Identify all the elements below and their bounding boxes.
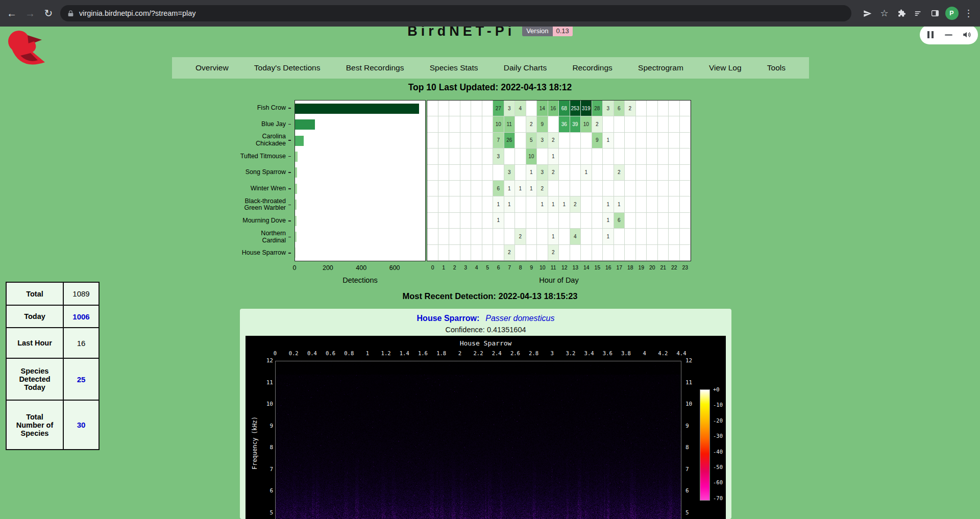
- heatmap-cell: 4: [570, 229, 581, 244]
- heatmap-cell: 2: [537, 181, 548, 196]
- nav-item-best-recordings[interactable]: Best Recordings: [346, 63, 404, 72]
- heatmap-cell: 2: [570, 196, 581, 212]
- heatmap-cell: [449, 101, 460, 116]
- heatmap-cell: [526, 213, 537, 229]
- forward-button[interactable]: →: [20, 4, 40, 23]
- spectrogram-x-tick: 1.4: [397, 350, 412, 356]
- heatmap-cell: [515, 213, 526, 229]
- nav-item-view-log[interactable]: View Log: [709, 63, 741, 72]
- bar-x-tick: 200: [319, 264, 336, 271]
- heatmap-cell: [647, 229, 658, 244]
- heatmap-cell: [427, 116, 438, 132]
- back-button[interactable]: ←: [2, 4, 21, 23]
- reload-button[interactable]: ↻: [39, 4, 58, 23]
- spectrogram-x-tick: 1.2: [378, 350, 394, 356]
- detections-bar: [295, 152, 298, 162]
- heatmap-cell: [504, 213, 516, 229]
- heatmap-cell: 1: [493, 213, 504, 229]
- heatmap-cell: [581, 149, 592, 164]
- hour-tick: 1: [438, 264, 449, 270]
- heatmap-cell: [581, 196, 592, 212]
- heatmap-cell: [526, 245, 537, 261]
- stats-value[interactable]: 30: [63, 400, 99, 450]
- extensions-puzzle-icon[interactable]: [893, 5, 910, 22]
- nav-item-daily-charts[interactable]: Daily Charts: [504, 63, 547, 72]
- heatmap-cell: [658, 181, 669, 196]
- heatmap-cell: [471, 196, 482, 212]
- detections-bar: [295, 136, 304, 146]
- heatmap-cell: [592, 196, 603, 212]
- heatmap-cell: [658, 149, 669, 164]
- side-panel-icon[interactable]: [926, 5, 943, 22]
- nav-item-recordings[interactable]: Recordings: [572, 63, 612, 72]
- browser-toolbar: ← → ↻ virginia.birdnetpi.com/?stream=pla…: [0, 0, 980, 27]
- heatmap-cell: 2: [625, 101, 636, 116]
- heatmap-cell: [614, 229, 625, 244]
- heatmap-cell: [680, 181, 691, 196]
- heatmap-cell: [570, 181, 581, 196]
- heatmap-cell: 1: [504, 181, 516, 196]
- heatmap-cell: [658, 196, 669, 212]
- scientific-name[interactable]: Passer domesticus: [485, 314, 554, 323]
- profile-avatar[interactable]: P: [943, 5, 960, 22]
- species-label: Fish Crow: [219, 100, 291, 116]
- species-label: Mourning Dove: [219, 213, 291, 229]
- spectrogram-y-tick-left: 9: [260, 423, 273, 429]
- heatmap-cell: 3: [603, 101, 614, 116]
- hour-tick: 6: [493, 264, 504, 270]
- heatmap-cell: [625, 165, 636, 181]
- heatmap-cell: [647, 149, 658, 164]
- spectrogram-y-tick-right: 7: [685, 466, 699, 473]
- stats-value[interactable]: 25: [63, 358, 99, 400]
- heatmap-cell: [471, 149, 482, 164]
- heatmap-cell: [460, 165, 472, 181]
- heatmap-cell: [559, 133, 570, 149]
- nav-item-spectrogram[interactable]: Spectrogram: [638, 63, 683, 72]
- url-bar[interactable]: virginia.birdnetpi.com/?stream=play: [60, 5, 851, 21]
- spectrogram-plot: [275, 361, 681, 519]
- reading-list-icon[interactable]: [910, 5, 926, 22]
- heatmap-cell: 3: [537, 133, 548, 149]
- toolbar-right: ☆ P ⋮: [859, 4, 977, 22]
- heatmap-cell: 3: [504, 165, 516, 181]
- nav-item-tools[interactable]: Tools: [767, 63, 786, 72]
- spectrogram-x-tick: 0.2: [286, 350, 301, 356]
- send-icon[interactable]: [859, 5, 876, 22]
- heatmap-cell: [548, 116, 559, 132]
- nav-item-species-stats[interactable]: Species Stats: [430, 63, 478, 72]
- spectrogram-y-tick-left: 12: [260, 357, 273, 364]
- pause-icon[interactable]: [926, 31, 935, 38]
- heatmap-cell: [526, 196, 537, 212]
- heatmap-cell: [647, 213, 658, 229]
- heatmap-cell: [460, 133, 472, 149]
- heatmap-cell: [559, 149, 570, 164]
- species-link[interactable]: House Sparrow:: [417, 314, 480, 323]
- heatmap-cell: [460, 245, 472, 261]
- detections-bar: [295, 167, 297, 178]
- nav-item-overview[interactable]: Overview: [195, 63, 229, 72]
- heatmap-cell: 4: [515, 101, 526, 116]
- heatmap-cell: 1: [603, 133, 614, 149]
- heatmap-cell: [625, 213, 636, 229]
- version-badge: Version0.13: [522, 26, 573, 36]
- bookmark-star-icon[interactable]: ☆: [876, 5, 893, 22]
- heatmap-cell: [482, 229, 494, 244]
- volume-icon[interactable]: [962, 30, 971, 39]
- spectrogram-y-tick-left: 7: [260, 466, 273, 473]
- stats-value[interactable]: 1006: [63, 305, 99, 328]
- spectrogram-x-tick: 3.8: [618, 350, 633, 356]
- heatmap-cell: [636, 116, 647, 132]
- heatmap-cell: [669, 245, 680, 261]
- seek-bar[interactable]: [945, 34, 952, 36]
- audio-player[interactable]: [920, 25, 978, 44]
- heatmap-cell: [504, 149, 516, 164]
- heatmap-cell: [680, 116, 691, 132]
- stats-label: Today: [6, 305, 63, 328]
- heatmap-cell: [636, 196, 647, 212]
- heatmap-cell: [460, 213, 472, 229]
- spectrogram-x-tick: 2: [452, 350, 468, 356]
- browser-menu-kebab-icon[interactable]: ⋮: [960, 5, 977, 22]
- heatmap-cell: [515, 165, 526, 181]
- heatmap-cell: [658, 229, 669, 244]
- nav-item-today-s-detections[interactable]: Today's Detections: [254, 63, 321, 72]
